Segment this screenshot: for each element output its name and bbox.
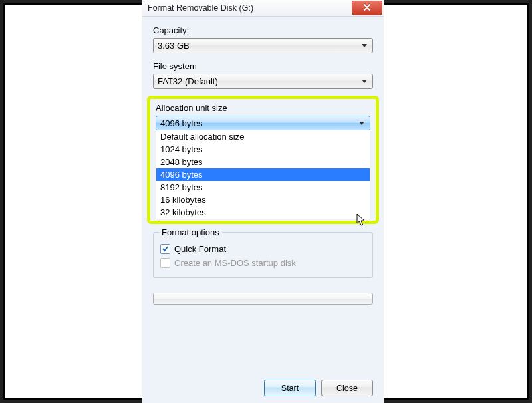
msdos-row: Create an MS-DOS startup disk [160,258,366,268]
progress-bar [153,293,373,305]
format-dialog: Format Removable Disk (G:) Capacity: 3.6… [142,0,384,403]
dialog-body: Capacity: 3.63 GB File system FAT32 (Def… [142,16,384,403]
allocation-option[interactable]: 32 kilobytes [156,206,370,219]
start-button[interactable]: Start [264,380,316,396]
allocation-option[interactable]: 4096 bytes [156,168,370,181]
close-icon [363,3,371,13]
dialog-button-row: Start Close [142,380,384,396]
msdos-label: Create an MS-DOS startup disk [174,258,296,268]
capacity-dropdown[interactable]: 3.63 GB [153,38,373,53]
format-options-group: Format options Quick Format Create an MS… [153,232,373,278]
allocation-option[interactable]: Default allocation size [156,130,370,143]
chevron-down-icon [362,80,367,83]
filesystem-dropdown[interactable]: FAT32 (Default) [153,74,373,89]
allocation-highlight: Allocation unit size 4096 bytes Default … [147,96,379,224]
close-button[interactable]: Close [321,380,373,396]
quick-format-checkbox[interactable] [160,244,170,254]
quick-format-label: Quick Format [174,244,226,254]
start-button-label: Start [281,384,299,393]
filesystem-label: File system [153,61,373,71]
allocation-option[interactable]: 8192 bytes [156,181,370,194]
allocation-label: Allocation unit size [156,103,370,113]
quick-format-row[interactable]: Quick Format [160,244,366,254]
capacity-value: 3.63 GB [158,41,190,51]
close-window-button[interactable] [352,1,382,15]
title-bar: Format Removable Disk (G:) [142,0,384,17]
allocation-value: 4096 bytes [160,118,203,128]
allocation-option[interactable]: 2048 bytes [156,156,370,168]
chevron-down-icon [362,44,367,47]
allocation-dropdown[interactable]: 4096 bytes [156,116,370,131]
filesystem-value: FAT32 (Default) [158,76,218,86]
msdos-checkbox [160,258,170,268]
format-options-legend: Format options [159,227,222,237]
close-button-label: Close [336,384,358,393]
checkmark-icon [162,245,169,253]
chevron-down-icon [359,122,364,125]
capacity-label: Capacity: [153,25,373,35]
allocation-option[interactable]: 16 kilobytes [156,194,370,206]
allocation-option[interactable]: 1024 bytes [156,143,370,156]
allocation-options-list[interactable]: Default allocation size1024 bytes2048 by… [156,130,370,219]
window-title: Format Removable Disk (G:) [148,3,253,13]
